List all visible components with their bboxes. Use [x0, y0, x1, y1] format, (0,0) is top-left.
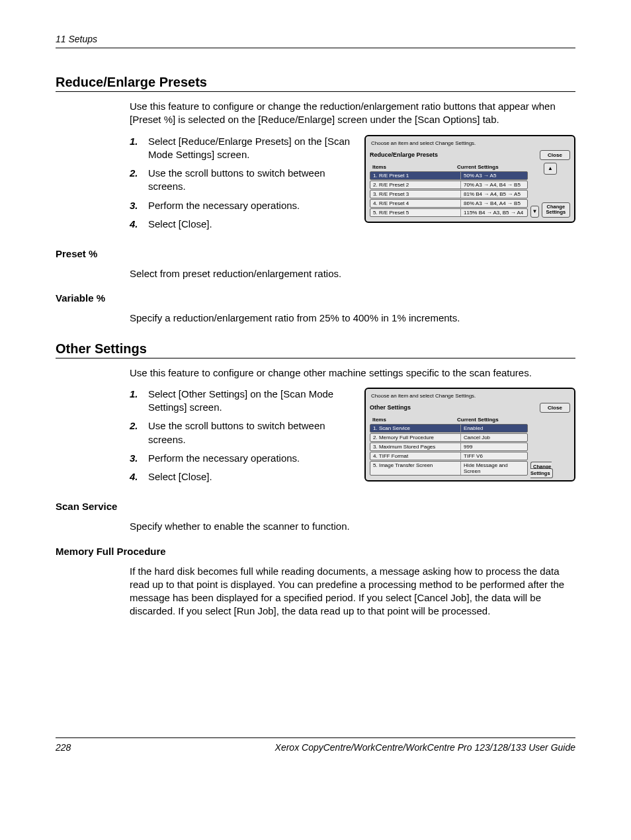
section1-intro: Use this feature to configure or change …	[130, 100, 575, 127]
cell-setting: Enabled	[461, 425, 527, 432]
screenshot-title: Reduce/Enlarge Presets	[370, 151, 438, 158]
section2-steps: 1.Select [Other Settings] on the [Scan M…	[130, 388, 359, 484]
cell-setting: 70% A3 → A4, B4 → B5	[461, 181, 527, 189]
section-title-other-settings: Other Settings	[56, 341, 575, 358]
step-text: Use the scroll buttons to switch between…	[148, 167, 359, 194]
step-text: Perform the necessary operations.	[148, 452, 300, 465]
table-row[interactable]: 2. Memory Full Procedure Cancel Job	[370, 433, 528, 442]
cell-setting: TIFF V6	[461, 452, 527, 460]
table-row[interactable]: 4. R/E Preset 4 86% A3 → B4, A4 → B5	[370, 199, 528, 208]
cell-item: 1. Scan Service	[370, 425, 461, 432]
table-row[interactable]: 5. Image Transfer Screen Hide Message an…	[370, 461, 528, 476]
table-row[interactable]: 3. Maximum Stored Pages 999	[370, 442, 528, 451]
step-number: 3.	[130, 199, 148, 212]
close-button[interactable]: Close	[540, 403, 570, 413]
subsection-scan-service: Scan Service	[56, 501, 575, 512]
subsection-variable-percent: Variable %	[56, 292, 575, 304]
change-settings-button[interactable]: Change Settings	[542, 202, 570, 218]
screenshot-other-settings: Choose an item and select Change Setting…	[364, 388, 575, 482]
chapter-label: 11 Setups	[56, 34, 97, 44]
step-text: Perform the necessary operations.	[148, 199, 300, 212]
subsection-variable-percent-text: Specify a reduction/enlargement ratio fr…	[130, 312, 575, 325]
cell-item: 3. R/E Preset 3	[370, 190, 461, 198]
column-header-items: Items	[372, 417, 457, 423]
step-number: 1.	[130, 388, 148, 415]
step-text: Select [Close].	[148, 470, 212, 483]
table-row[interactable]: 5. R/E Preset 5 115% B4 → A3, B5 → A4	[370, 208, 528, 217]
subsection-scan-service-text: Specify whether to enable the scanner to…	[130, 520, 575, 533]
chevron-down-icon: ▼	[532, 208, 537, 214]
cell-item: 5. R/E Preset 5	[370, 209, 461, 216]
screenshot-reduce-enlarge-presets: Choose an item and select Change Setting…	[364, 135, 575, 223]
change-settings-button[interactable]: Change Settings	[530, 462, 553, 478]
table-row[interactable]: 4. TIFF Format TIFF V6	[370, 452, 528, 460]
cell-setting: 81% B4 → A4, B5 → A5	[461, 190, 527, 198]
step-number: 2.	[130, 167, 148, 194]
table-row[interactable]: 2. R/E Preset 2 70% A3 → A4, B4 → B5	[370, 181, 528, 189]
scroll-up-button[interactable]: ▲	[544, 163, 557, 175]
step-number: 1.	[130, 135, 148, 162]
table-row[interactable]: 1. R/E Preset 1 50% A3 → A5	[370, 171, 528, 180]
section1-steps: 1.Select [Reduce/Enlarge Presets] on the…	[130, 135, 359, 231]
section2-intro: Use this feature to configure or change …	[130, 366, 575, 380]
cell-setting: Cancel Job	[461, 434, 527, 441]
scroll-down-button[interactable]: ▼	[530, 206, 539, 218]
page-footer: 228 Xerox CopyCentre/WorkCentre/WorkCent…	[56, 737, 575, 753]
step-number: 4.	[130, 218, 148, 231]
subsection-preset-percent-text: Select from preset reduction/enlargement…	[130, 267, 575, 280]
subsection-memory-full: Memory Full Procedure	[56, 546, 575, 557]
subsection-memory-full-text: If the hard disk becomes full while read…	[130, 565, 575, 618]
table-row[interactable]: 1. Scan Service Enabled	[370, 424, 528, 433]
cell-item: 5. Image Transfer Screen	[370, 462, 461, 475]
subsection-preset-percent: Preset %	[56, 248, 575, 259]
cell-setting: 50% A3 → A5	[461, 172, 527, 179]
cell-setting: 86% A3 → B4, A4 → B5	[461, 200, 527, 207]
guide-title: Xerox CopyCentre/WorkCentre/WorkCentre P…	[275, 742, 575, 753]
cell-item: 4. TIFF Format	[370, 452, 461, 460]
chevron-up-icon: ▲	[548, 165, 553, 171]
page-number: 228	[56, 742, 71, 753]
screenshot-hint: Choose an item and select Change Setting…	[366, 389, 574, 401]
step-number: 2.	[130, 419, 148, 446]
cell-item: 2. R/E Preset 2	[370, 181, 461, 189]
cell-item: 4. R/E Preset 4	[370, 200, 461, 207]
step-text: Select [Reduce/Enlarge Presets] on the […	[148, 135, 359, 162]
cell-item: 1. R/E Preset 1	[370, 172, 461, 179]
step-number: 4.	[130, 470, 148, 483]
step-text: Select [Close].	[148, 218, 212, 231]
close-button[interactable]: Close	[540, 150, 570, 160]
cell-item: 2. Memory Full Procedure	[370, 434, 461, 441]
column-header-items: Items	[372, 164, 457, 170]
cell-item: 3. Maximum Stored Pages	[370, 443, 461, 450]
section-title-reduce-enlarge: Reduce/Enlarge Presets	[56, 75, 575, 92]
cell-setting: 115% B4 → A3, B5 → A4	[461, 209, 527, 216]
table-row[interactable]: 3. R/E Preset 3 81% B4 → A4, B5 → A5	[370, 190, 528, 198]
step-text: Select [Other Settings] on the [Scan Mod…	[148, 388, 359, 415]
column-header-settings: Current Settings	[457, 164, 525, 170]
column-header-settings: Current Settings	[457, 417, 525, 423]
cell-setting: 999	[461, 443, 527, 450]
step-number: 3.	[130, 452, 148, 465]
step-text: Use the scroll buttons to switch between…	[148, 419, 359, 446]
screenshot-hint: Choose an item and select Change Setting…	[366, 136, 574, 149]
cell-setting: Hide Message and Screen	[461, 462, 527, 475]
screenshot-title: Other Settings	[370, 404, 411, 411]
page-header: 11 Setups	[56, 33, 575, 48]
